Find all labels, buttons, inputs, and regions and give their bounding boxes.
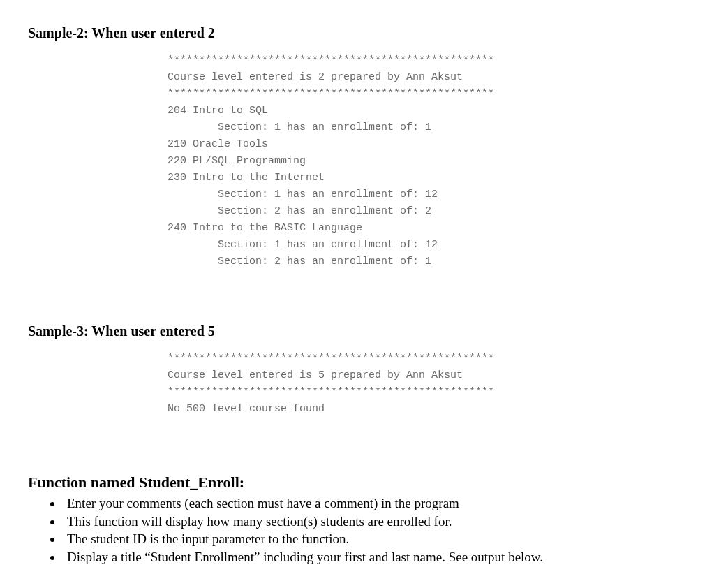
list-item: Enter your comments (each section must h… xyxy=(63,494,700,513)
spacer xyxy=(28,446,700,466)
list-item: This function will display how many sect… xyxy=(63,513,700,531)
sample2-code-output: ****************************************… xyxy=(168,52,700,270)
list-item: Display a title “Student Enrollment” inc… xyxy=(63,548,700,566)
list-item: The student ID is the input parameter to… xyxy=(63,530,700,548)
sample3-heading: Sample-3: When user entered 5 xyxy=(28,323,700,339)
spacer xyxy=(28,298,700,319)
document-page: Sample-2: When user entered 2 **********… xyxy=(0,0,728,581)
function-heading: Function named Student_Enroll: xyxy=(28,473,700,492)
function-bullet-list: Enter your comments (each section must h… xyxy=(63,494,700,566)
sample2-heading: Sample-2: When user entered 2 xyxy=(28,25,700,41)
sample3-code-output: ****************************************… xyxy=(168,351,700,418)
